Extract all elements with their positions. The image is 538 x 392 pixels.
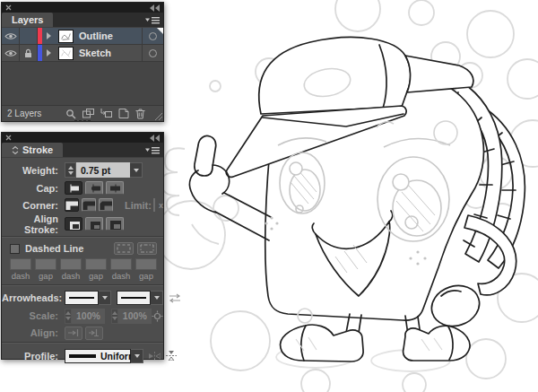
corner-bevel-button[interactable] xyxy=(99,198,113,212)
weight-input[interactable]: 0.75 pt xyxy=(76,162,130,178)
align-dash-button[interactable] xyxy=(137,242,157,255)
panel-gripper[interactable] xyxy=(74,120,91,122)
dash-label: dash xyxy=(60,271,82,281)
layer-row-sketch[interactable]: Sketch xyxy=(2,45,163,62)
gap-label: gap xyxy=(85,271,107,281)
cap-projecting-button[interactable] xyxy=(106,181,124,195)
scale-start-input[interactable]: 100% xyxy=(72,309,105,324)
dash-gap-labels: dash gap dash gap dash gap xyxy=(2,271,163,281)
swap-arrowheads-icon[interactable] xyxy=(169,293,181,303)
layers-tab-label: Layers xyxy=(12,14,43,25)
link-scales-icon[interactable] xyxy=(152,310,163,322)
arrowhead-end-dropdown[interactable] xyxy=(151,291,163,305)
corner-round-button[interactable] xyxy=(82,198,96,212)
eye-icon xyxy=(4,49,17,57)
dashed-line-checkbox[interactable] xyxy=(10,244,20,254)
selection-indicator xyxy=(157,28,163,34)
align-stroke-label: Align Stroke: xyxy=(2,213,65,235)
round-join-icon xyxy=(82,200,95,210)
panel-resize-handle[interactable] xyxy=(155,113,162,120)
collapse-panel-icon[interactable] xyxy=(150,135,160,142)
delete-button[interactable] xyxy=(135,109,145,119)
align-dash-icon xyxy=(140,244,154,253)
dash-gap-fields xyxy=(2,258,163,270)
divider xyxy=(2,236,163,238)
divider xyxy=(2,284,163,286)
corner-miter-button[interactable] xyxy=(65,198,79,212)
eye-icon xyxy=(4,32,17,40)
miter-join-icon xyxy=(65,200,78,210)
collapse-panel-icon[interactable] xyxy=(150,4,160,12)
dash-input[interactable] xyxy=(60,258,82,270)
arrowhead-start-select[interactable] xyxy=(65,291,111,305)
cap-butt-button[interactable] xyxy=(65,181,82,195)
align-stroke-inside-button[interactable] xyxy=(85,217,103,231)
stroke-panel-body: Weight: 0.75 pt Cap: xyxy=(2,158,163,363)
layer-name[interactable]: Outline xyxy=(75,28,142,44)
flip-across-icon[interactable] xyxy=(166,351,177,361)
locate-object-icon[interactable] xyxy=(65,109,76,119)
lock-toggle[interactable] xyxy=(20,28,38,44)
arrowhead-end-select[interactable] xyxy=(117,291,163,305)
lock-icon xyxy=(24,48,32,58)
cap-round-button[interactable] xyxy=(85,181,103,195)
layer-target[interactable] xyxy=(142,45,163,61)
thumbnail-art xyxy=(58,30,74,43)
disclosure-triangle[interactable] xyxy=(42,45,56,61)
close-icon[interactable] xyxy=(5,135,12,141)
tab-stroke[interactable]: Stroke xyxy=(2,143,63,157)
panel-menu-icon[interactable] xyxy=(145,16,160,24)
align-arrowhead-extend-button[interactable] xyxy=(65,327,82,340)
arrowhead-start-dropdown[interactable] xyxy=(99,291,111,305)
limit-input[interactable] xyxy=(153,198,155,212)
scale-end-stepper[interactable] xyxy=(111,309,118,324)
scale-start-stepper[interactable] xyxy=(65,309,72,324)
stroke-panel-titlebar xyxy=(2,133,163,143)
layer-thumbnail[interactable] xyxy=(56,28,75,44)
layer-count: 2 Layers xyxy=(7,109,65,118)
layer-thumbnail[interactable] xyxy=(56,45,75,61)
layers-status-bar: 2 Layers xyxy=(2,105,163,121)
round-cap-icon xyxy=(88,184,100,193)
close-icon[interactable] xyxy=(5,4,12,11)
layer-row-outline[interactable]: Outline xyxy=(2,28,163,45)
visibility-toggle[interactable] xyxy=(2,45,20,61)
panel-menu-icon[interactable] xyxy=(145,146,160,154)
layers-tabbar: Layers xyxy=(2,13,163,28)
panel-collapse-toggle-icon xyxy=(12,146,19,154)
weight-stepper[interactable] xyxy=(65,162,76,178)
preserve-dash-button[interactable] xyxy=(114,242,134,255)
thumbnail-art xyxy=(58,47,74,60)
extend-arrow-icon xyxy=(68,329,79,336)
new-sublayer-button[interactable] xyxy=(100,109,112,118)
scale-end-input[interactable]: 100% xyxy=(118,309,152,324)
dashed-line-label: Dashed Line xyxy=(25,243,114,254)
align-stroke-center-button[interactable] xyxy=(65,217,82,231)
gap-input[interactable] xyxy=(135,258,157,270)
tab-layers[interactable]: Layers xyxy=(2,13,53,27)
new-layer-button[interactable] xyxy=(118,109,129,118)
align-inside-icon xyxy=(88,219,100,230)
gap-input[interactable] xyxy=(35,258,56,270)
disclosure-triangle[interactable] xyxy=(42,28,56,44)
profile-label: Profile: xyxy=(2,351,65,362)
dash-input[interactable] xyxy=(10,258,31,270)
visibility-toggle[interactable] xyxy=(2,28,20,44)
flip-along-icon[interactable] xyxy=(149,352,161,361)
dash-label: dash xyxy=(110,271,132,281)
projecting-cap-icon xyxy=(108,184,121,193)
clipping-mask-button[interactable] xyxy=(82,109,94,118)
profile-dropdown[interactable] xyxy=(131,349,143,363)
arrowheads-label: Arrowheads: xyxy=(2,292,65,303)
dash-input[interactable] xyxy=(110,258,132,270)
profile-select[interactable]: Uniform xyxy=(65,349,143,363)
lock-toggle[interactable] xyxy=(20,45,38,61)
limit-suffix: x xyxy=(159,201,163,210)
align-arrowhead-place-button[interactable] xyxy=(85,327,103,340)
weight-dropdown-button[interactable] xyxy=(130,162,143,178)
gap-label: gap xyxy=(135,271,157,281)
layer-name[interactable]: Sketch xyxy=(75,45,142,61)
align-stroke-outside-button[interactable] xyxy=(106,217,124,231)
layers-panel: Layers Outline xyxy=(1,2,164,122)
gap-input[interactable] xyxy=(85,258,107,270)
